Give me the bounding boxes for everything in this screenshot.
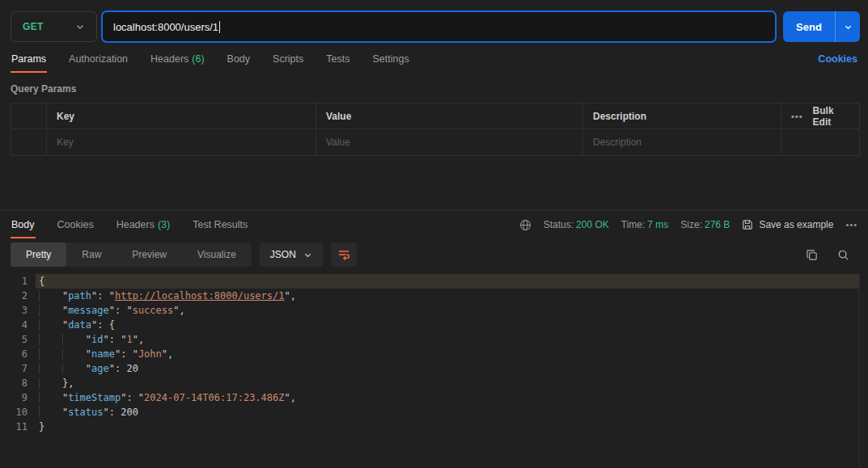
status-pair: Status:200 OK: [544, 219, 609, 230]
url-input[interactable]: localhost:8000/users/1: [101, 11, 777, 43]
json-token: name: [91, 348, 115, 360]
json-token: timeStamp: [68, 392, 121, 403]
request-tabs: ParamsAuthorizationHeaders(6)BodyScripts…: [11, 45, 410, 73]
checkbox-column-header: [11, 103, 47, 129]
tab-label: Authorization: [69, 53, 128, 65]
indent-guide: [39, 377, 62, 389]
params-more-options-icon[interactable]: •••: [791, 112, 803, 121]
tab-settings[interactable]: Settings: [371, 45, 409, 73]
json-token: ": [104, 334, 109, 345]
indent-guide: [62, 334, 86, 345]
copy-icon[interactable]: [806, 249, 818, 261]
line-number: 6: [0, 347, 36, 361]
json-token: :: [97, 290, 108, 301]
view-mode-visualize[interactable]: Visualize: [182, 242, 252, 267]
code-line: 2 "path": "http://localhost:8000/users/1…: [0, 289, 868, 303]
bulk-edit-button[interactable]: Bulk Edit: [813, 105, 849, 128]
json-token: },: [62, 377, 74, 389]
response-tab-test-results[interactable]: Test Results: [192, 211, 248, 238]
json-token: ": [86, 348, 91, 360]
line-content: "path": "http://localhost:8000/users/1",: [36, 289, 860, 303]
json-token: ,: [290, 290, 296, 301]
json-token: :: [115, 305, 126, 316]
json-token: ,: [290, 392, 296, 403]
indent-guide: [39, 407, 62, 418]
line-number: 2: [0, 289, 36, 303]
json-token: ": [104, 407, 109, 418]
method-select[interactable]: GET: [11, 11, 97, 42]
line-number: 1: [0, 274, 36, 289]
send-options-button[interactable]: [835, 11, 860, 42]
key-input[interactable]: Key: [47, 129, 316, 155]
json-token: 200: [121, 407, 138, 418]
cookies-link[interactable]: Cookies: [818, 53, 857, 65]
row-checkbox-cell[interactable]: [11, 129, 47, 155]
save-as-example-label: Save as example: [759, 219, 833, 230]
tab-tests[interactable]: Tests: [325, 45, 350, 73]
description-input[interactable]: Description: [583, 129, 781, 155]
tab-body[interactable]: Body: [227, 45, 252, 73]
response-tab-body[interactable]: Body: [11, 211, 36, 238]
globe-icon[interactable]: [519, 219, 531, 231]
response-meta: Status:200 OK Time:7 ms Size:276 B Save …: [519, 219, 857, 231]
response-tabs: BodyCookiesHeaders(3)Test Results: [11, 211, 248, 238]
indent-guide: [62, 363, 86, 374]
tab-scripts[interactable]: Scripts: [272, 45, 304, 73]
tab-authorization[interactable]: Authorization: [68, 45, 129, 73]
json-token: ": [284, 290, 290, 301]
api-client-app: GET localhost:8000/users/1 Send ParamsAu…: [0, 0, 868, 468]
time-label: Time:: [621, 219, 646, 230]
json-token: ": [138, 392, 144, 403]
json-token: 1: [126, 334, 132, 345]
key-column-header: Key: [47, 103, 316, 129]
response-more-options-icon[interactable]: •••: [845, 220, 857, 230]
wrap-text-button[interactable]: [331, 242, 357, 267]
time-value: 7 ms: [647, 219, 668, 230]
value-column-header: Value: [316, 103, 583, 129]
tab-label: Tests: [326, 53, 349, 65]
json-token: id: [91, 334, 103, 345]
tab-label: Body: [227, 53, 251, 65]
indent-guide: [39, 319, 62, 331]
line-content: "timeStamp": "2024-07-14T06:17:23.486Z",: [36, 390, 860, 405]
send-button[interactable]: Send: [783, 11, 835, 42]
status-value: 200 OK: [576, 219, 609, 230]
json-token: ,: [138, 334, 144, 345]
json-token: :: [109, 334, 121, 345]
value-input[interactable]: Value: [316, 129, 583, 155]
tab-label: Test Results: [193, 219, 248, 230]
code-line: 10 "status": 200: [0, 405, 868, 420]
search-icon[interactable]: [837, 249, 849, 261]
response-tab-cookies[interactable]: Cookies: [57, 211, 95, 238]
code-line: 1{: [0, 274, 868, 289]
json-link[interactable]: http://localhost:8000/users/1: [115, 290, 285, 301]
tab-label: Scripts: [273, 53, 303, 65]
tab-params[interactable]: Params: [11, 45, 47, 73]
chevron-down-icon: [303, 251, 312, 259]
url-text: localhost:8000/users/1: [113, 21, 218, 33]
view-mode-pretty[interactable]: Pretty: [11, 242, 66, 267]
view-mode-raw[interactable]: Raw: [66, 242, 116, 267]
tab-label: Headers: [116, 219, 155, 230]
json-token: ": [109, 363, 115, 374]
json-token: ": [109, 290, 115, 301]
line-number: 11: [0, 420, 36, 434]
format-select[interactable]: JSON: [260, 242, 323, 267]
size-label: Size:: [680, 219, 702, 230]
response-body-viewer[interactable]: 1{2 "path": "http://localhost:8000/users…: [0, 274, 868, 434]
view-mode-preview[interactable]: Preview: [116, 242, 182, 267]
view-mode-switcher: PrettyRawPreviewVisualize: [11, 242, 252, 267]
line-number: 7: [0, 361, 36, 376]
json-token: 20: [126, 363, 138, 374]
tab-label: Headers: [150, 53, 188, 65]
response-tab-headers[interactable]: Headers(3): [116, 211, 171, 238]
indent-guide: [39, 348, 62, 360]
json-token: ": [284, 392, 290, 403]
format-label: JSON: [270, 249, 296, 260]
json-token: data: [68, 319, 91, 331]
indent-guide: [39, 305, 62, 316]
indent-guide: [39, 334, 62, 345]
tab-headers[interactable]: Headers(6): [150, 45, 205, 73]
save-as-example-button[interactable]: Save as example: [742, 219, 833, 230]
line-content: "status": 200: [36, 405, 860, 420]
